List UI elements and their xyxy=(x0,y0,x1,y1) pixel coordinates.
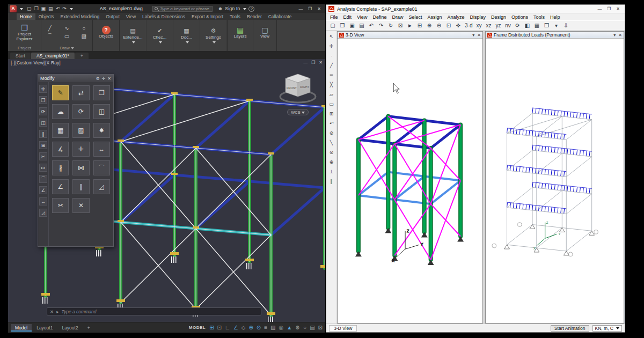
close-button[interactable]: ✕ xyxy=(314,6,324,11)
erase-tool[interactable]: ✕ xyxy=(72,198,89,213)
panel-caption-project[interactable]: Project xyxy=(8,45,41,51)
plot-icon[interactable]: ▤ xyxy=(48,6,53,11)
units-dropdown[interactable]: KN, m, C xyxy=(592,325,622,332)
sap-3d-model-canvas[interactable]: Z Y X xyxy=(338,39,482,323)
pointer-icon[interactable]: ↖ xyxy=(327,33,336,40)
window-menu-icon[interactable]: ▾ xyxy=(613,33,616,38)
reshape-icon[interactable]: ✛ xyxy=(327,42,336,50)
menu-item[interactable]: Display xyxy=(467,14,488,20)
close-button[interactable]: ✕ xyxy=(613,6,623,11)
panel-documents[interactable]: ▦ Doc... xyxy=(173,20,200,51)
menu-item[interactable]: Help xyxy=(547,14,563,20)
align-tool[interactable]: ⇄ xyxy=(72,85,89,100)
file-tab[interactable]: + xyxy=(75,53,89,59)
palette-pin-icon[interactable]: ✛ xyxy=(102,76,106,81)
refresh-window-icon[interactable]: ↻ xyxy=(386,21,395,30)
save-icon[interactable]: ▣ xyxy=(41,6,46,11)
viewport-view-control[interactable]: [Custom View] xyxy=(16,60,45,65)
previous-selection-icon[interactable]: ↶ xyxy=(327,120,336,127)
menu-item[interactable]: Options xyxy=(509,14,531,20)
command-input[interactable]: Type a command xyxy=(61,309,96,314)
quick-draw-frame-icon[interactable]: ━ xyxy=(327,71,336,79)
object-snap-tracking-icon[interactable]: ⊙ xyxy=(257,325,261,330)
ribbon-tab[interactable]: Export & Import xyxy=(188,13,226,20)
object-shade-icon[interactable]: ❐ xyxy=(542,21,551,30)
hatch-icon[interactable]: ▨ xyxy=(77,33,91,39)
new-file-icon[interactable]: ▢ xyxy=(27,6,32,11)
start-animation-button[interactable]: Start Animation xyxy=(551,325,589,332)
view-window-3d-client[interactable]: Z Y X xyxy=(338,39,482,323)
model-space-indicator[interactable]: MODEL xyxy=(189,325,206,330)
open-file-icon[interactable]: ❒ xyxy=(34,6,39,11)
view-xy-button[interactable]: xy xyxy=(474,21,483,30)
snap-joints-icon[interactable]: ⊙ xyxy=(327,149,336,156)
zoom-out-icon[interactable]: ⊖ xyxy=(435,21,443,30)
viewport-close-icon[interactable]: ✕ xyxy=(319,60,323,65)
viewport-restore-icon[interactable]: ❐ xyxy=(311,60,315,65)
customize-icon[interactable]: ▤ xyxy=(310,325,314,330)
hatch-edit-tool[interactable]: ▨ xyxy=(72,123,89,138)
viewport-minimize-icon[interactable]: — xyxy=(303,60,308,65)
viewport-visual-style-control[interactable]: [X-Ray] xyxy=(45,60,60,65)
menu-item[interactable]: View xyxy=(354,14,370,20)
wcs-dropdown[interactable]: WCS xyxy=(287,109,309,115)
menu-item[interactable]: Design xyxy=(488,14,509,20)
arc-icon[interactable]: ⌒ xyxy=(43,32,57,40)
ribbon-tab[interactable]: Objects xyxy=(35,13,57,20)
objects-button[interactable]: ? Objects xyxy=(99,26,113,39)
drawing-viewport[interactable]: [-][Custom View][X-Ray] —❐✕ Modify ⚙✛✕ ✛… xyxy=(8,59,325,322)
circle-icon[interactable]: ○ xyxy=(77,25,91,31)
layout-tab[interactable]: Layout1 xyxy=(32,324,57,332)
view-window-3d-caption[interactable]: 3-D View ▾✕ xyxy=(338,32,482,39)
measure-tool[interactable]: ∡ xyxy=(52,142,69,157)
loads-window-client[interactable]: Z Y X xyxy=(486,39,624,323)
rotate-view-icon[interactable]: ⟳ xyxy=(513,21,522,30)
display-options-icon[interactable]: ▦ xyxy=(532,21,541,30)
minimize-button[interactable]: — xyxy=(296,6,305,11)
project-explorer-button[interactable]: ❒ Project Explorer xyxy=(10,24,39,42)
draw-area-icon[interactable]: ▱ xyxy=(327,91,336,98)
undo-icon[interactable]: ↶ xyxy=(367,21,376,30)
viewcube[interactable]: FRONT RIGHT WCS xyxy=(278,72,318,115)
menu-item[interactable]: Select xyxy=(406,14,425,20)
view-3d-button[interactable]: 3-d xyxy=(464,21,473,30)
selection-cycling-icon[interactable]: ◎ xyxy=(279,325,284,330)
view-xz-button[interactable]: xz xyxy=(484,21,493,30)
grid-icon[interactable]: ⊞ xyxy=(209,325,214,330)
stretch-tool[interactable]: ↔ xyxy=(93,142,110,157)
move-tool[interactable]: ✛ xyxy=(72,142,89,157)
break-tool[interactable]: ∦ xyxy=(52,160,69,175)
zoom-extents-icon[interactable]: ⊡ xyxy=(444,21,453,30)
menu-item[interactable]: Draw xyxy=(389,14,406,20)
extend-icon[interactable]: ↦ xyxy=(39,164,47,172)
clear-selection-icon[interactable]: ⊘ xyxy=(327,129,336,137)
transparency-icon[interactable]: ▨ xyxy=(270,325,275,330)
run-analysis-icon[interactable]: ► xyxy=(406,21,414,30)
floor-beams[interactable] xyxy=(358,172,460,204)
palette-gear-icon[interactable]: ⚙ xyxy=(96,76,99,81)
undo-icon[interactable]: ↶ xyxy=(56,6,60,11)
redo-icon[interactable]: ↷ xyxy=(377,21,385,30)
chamfer-tool[interactable]: ∠ xyxy=(52,179,69,194)
modify-palette-titlebar[interactable]: Modify ⚙✛✕ xyxy=(38,75,113,82)
rotate-tool[interactable]: ⟳ xyxy=(72,104,89,119)
command-close-icon[interactable]: ✕ xyxy=(50,309,54,314)
revision-cloud-tool[interactable]: ☁ xyxy=(52,104,69,119)
zoom-in-icon[interactable]: ⊕ xyxy=(425,21,434,30)
new-model-icon[interactable]: ▢ xyxy=(328,21,337,30)
polyline-icon[interactable]: ∿ xyxy=(60,25,74,31)
ribbon-tab[interactable]: Render xyxy=(244,13,265,20)
offset-icon[interactable]: ∥ xyxy=(39,130,47,138)
qat-caret-icon[interactable] xyxy=(70,8,73,12)
array-icon[interactable]: ⊞ xyxy=(39,141,47,149)
ribbon-tab[interactable]: Labels & Dimensions xyxy=(139,13,188,20)
snap-midpoints-icon[interactable]: ⊕ xyxy=(327,158,336,166)
panel-checking[interactable]: ✔ Chec... xyxy=(147,20,173,51)
redo-icon[interactable]: ↷ xyxy=(62,6,67,11)
pan-icon[interactable]: ✜ xyxy=(454,21,463,30)
print-icon[interactable]: ▤ xyxy=(357,21,366,30)
view-nv-button[interactable]: nv xyxy=(503,21,512,30)
distributed-load-ticks[interactable] xyxy=(507,111,592,211)
sap-loads-canvas[interactable]: Z Y X xyxy=(486,39,624,323)
panel-settings[interactable]: ⚙ Settings xyxy=(200,20,227,51)
